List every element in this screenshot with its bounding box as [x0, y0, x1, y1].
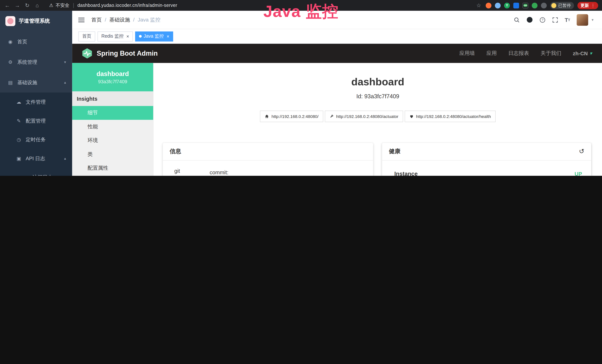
- sba-menu-env[interactable]: 环境: [72, 134, 153, 148]
- chrome-menu-icon[interactable]: ⋮: [591, 3, 595, 8]
- tab-java-monitor[interactable]: Java 监控: [135, 31, 173, 41]
- close-icon[interactable]: [126, 33, 129, 39]
- breadcrumb-home[interactable]: 首页: [91, 16, 102, 23]
- sba-instance-header[interactable]: dashboard 93a3fc7f7409: [72, 63, 153, 91]
- bookmark-star-icon[interactable]: ☆: [475, 2, 482, 8]
- status-badge: UP: [575, 171, 582, 176]
- sba-main: dashboard Id: 93a3fc7f7409 http://192.16…: [153, 63, 602, 176]
- url-text: dashboard.yudao.iocoder.cn/infra/admin-s…: [77, 3, 177, 8]
- screen: ← → ↻ ⌂ ⚠ 不安全 dashboard.yudao.iocoder.cn…: [0, 0, 602, 176]
- sidebar-item-scheduled-jobs[interactable]: 定时任务: [0, 130, 72, 149]
- fullscreen-icon[interactable]: [552, 17, 558, 23]
- breadcrumb-infrastructure[interactable]: 基础设施: [109, 16, 130, 23]
- card-title: 信息: [170, 148, 181, 155]
- sidebar-item-system-mgmt[interactable]: 系统管理: [0, 52, 72, 72]
- chevron-down-icon: ▾: [590, 51, 592, 56]
- search-icon[interactable]: [514, 17, 520, 23]
- health-card-header: 健康 ↺: [382, 143, 591, 161]
- instance-title: dashboard: [153, 76, 602, 88]
- sba-nav-wallboard[interactable]: 应用墙: [459, 50, 475, 57]
- svg-text:?: ?: [542, 18, 543, 22]
- tab-redis-monitor[interactable]: Redis 监控: [97, 31, 133, 41]
- actuator-url-link[interactable]: http://192.168.0.2:48080/actuator: [325, 110, 403, 122]
- extension-fox-icon[interactable]: [486, 2, 492, 8]
- sba-brand[interactable]: Spring Boot Admin: [72, 48, 158, 59]
- tab-label: 首页: [82, 33, 91, 40]
- sidebar-item-label: API 日志: [26, 155, 45, 162]
- browser-actions: ☆ Y on 已暂停 更新 ⋮: [475, 2, 598, 9]
- info-card: 信息 git commit: time: 1596289704000 id: 2…: [163, 143, 373, 176]
- sba-nav-applications[interactable]: 应用: [486, 50, 497, 57]
- info-git-row: git commit: time: 1596289704000 id: 27aa…: [174, 167, 364, 176]
- chevron-up-icon: [64, 156, 66, 161]
- sidebar-item-home[interactable]: 首页: [0, 32, 72, 52]
- font-size-icon[interactable]: TT: [565, 17, 570, 23]
- sba-menu-details[interactable]: 细节: [72, 106, 153, 120]
- home-icon: [7, 39, 14, 44]
- timer-icon: [15, 137, 22, 142]
- address-bar[interactable]: ⚠ 不安全 dashboard.yudao.iocoder.cn/infra/a…: [49, 2, 177, 9]
- app-sidebar: 芋道管理系统 首页 系统管理 基础设施 文件管理 配置管理: [0, 11, 72, 176]
- app-logo-title: 芋道管理系统: [19, 18, 50, 24]
- extension-grid-icon[interactable]: [513, 2, 519, 8]
- sidebar-item-api-log[interactable]: API 日志: [0, 149, 72, 168]
- github-icon[interactable]: [526, 17, 533, 23]
- sba-menu-configprops[interactable]: 配置属性: [72, 161, 153, 175]
- extension-on-icon[interactable]: on: [522, 2, 528, 8]
- instance-links: http://192.168.0.2:48080/ http://192.168…: [153, 110, 602, 122]
- config-icon: [15, 118, 22, 124]
- sba-menu-metrics[interactable]: 性能: [72, 120, 153, 134]
- link-label: http://192.168.0.2:48080/actuator: [336, 114, 398, 119]
- sba-sidebar: dashboard 93a3fc7f7409 Insights 细节 性能 环境…: [72, 63, 153, 176]
- forward-icon[interactable]: →: [14, 2, 21, 8]
- link-label: http://192.168.0.2:48080/actuator/health: [416, 114, 491, 119]
- sba-header: Spring Boot Admin 应用墙 应用 日志报表 关于我们 zh-CN…: [72, 44, 602, 63]
- sba-locale-select[interactable]: zh-CN ▾: [573, 50, 592, 56]
- sidebar-item-label: 配置管理: [26, 117, 46, 124]
- reload-icon[interactable]: ↻: [24, 2, 31, 8]
- profile-avatar-icon: [551, 3, 556, 8]
- sidebar-item-access-log[interactable]: 访问日志: [0, 168, 72, 176]
- sidebar-item-label: 文件管理: [26, 98, 46, 105]
- sidebar-item-file-mgmt[interactable]: 文件管理: [0, 93, 72, 111]
- sidebar-item-infrastructure[interactable]: 基础设施: [0, 72, 72, 93]
- extension-puzzle-icon[interactable]: [541, 2, 547, 8]
- profile-paused-chip[interactable]: 已暂停: [550, 2, 574, 9]
- extension-y-icon[interactable]: Y: [504, 2, 510, 8]
- tab-label: Java 监控: [144, 33, 164, 40]
- chrome-update-button[interactable]: 更新 ⋮: [577, 2, 598, 9]
- service-url-link[interactable]: http://192.168.0.2:48080/: [260, 110, 323, 122]
- breadcrumb-current: Java 监控: [138, 16, 160, 23]
- sba-instance-name: dashboard: [97, 70, 129, 77]
- help-icon[interactable]: ?: [539, 17, 546, 23]
- health-card: 健康 ↺ Instance UP: [382, 143, 591, 176]
- sidebar-item-label: 系统管理: [17, 59, 37, 65]
- browser-home-icon[interactable]: ⌂: [34, 2, 41, 8]
- app-logo[interactable]: 芋道管理系统: [0, 11, 72, 32]
- sidebar-item-label: 基础设施: [17, 79, 37, 86]
- close-icon[interactable]: [166, 33, 169, 39]
- extension-drop-icon[interactable]: [495, 2, 501, 8]
- info-key: git: [174, 167, 210, 176]
- sidebar-item-config-mgmt[interactable]: 配置管理: [0, 111, 72, 130]
- back-icon[interactable]: ←: [4, 2, 11, 8]
- extension-leaf-icon[interactable]: [532, 2, 538, 8]
- not-secure-label: 不安全: [56, 2, 70, 9]
- info-card-header: 信息: [163, 143, 373, 161]
- user-avatar[interactable]: [577, 14, 588, 26]
- sba-brand-title: Spring Boot Admin: [97, 49, 158, 57]
- history-icon[interactable]: ↺: [579, 147, 584, 155]
- sba-menu-scheduled-tasks[interactable]: 计划任务: [72, 175, 153, 176]
- hamburger-icon[interactable]: [78, 20, 84, 20]
- instance-id-line: Id: 93a3fc7f7409: [153, 93, 602, 99]
- tab-home[interactable]: 首页: [78, 31, 95, 41]
- sidebar-submenu-infrastructure: 文件管理 配置管理 定时任务 API 日志 访问日志 错误日志: [0, 93, 72, 176]
- file-icon: [15, 99, 22, 105]
- sba-nav: 应用墙 应用 日志报表 关于我们 zh-CN ▾: [459, 50, 602, 57]
- sba-nav-about[interactable]: 关于我们: [541, 50, 561, 57]
- sba-menu-classes[interactable]: 类: [72, 147, 153, 161]
- health-url-link[interactable]: http://192.168.0.2:48080/actuator/health: [405, 110, 495, 122]
- sba-nav-journal[interactable]: 日志报表: [508, 50, 529, 57]
- access-log-icon: [22, 174, 29, 176]
- not-secure-icon: ⚠: [49, 3, 53, 8]
